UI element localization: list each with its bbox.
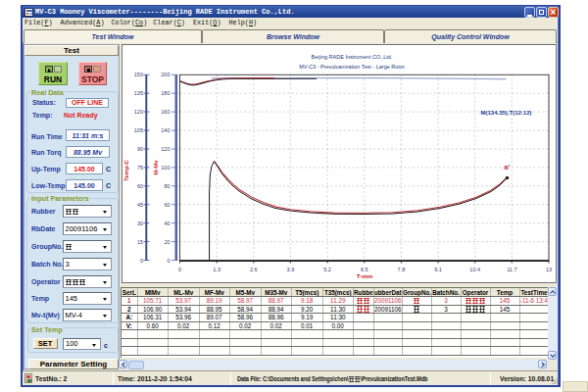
svg-text:60: 60 — [137, 183, 143, 189]
svg-text:3.9: 3.9 — [287, 267, 295, 272]
svg-text:90: 90 — [137, 146, 143, 152]
svg-text:160: 160 — [161, 109, 170, 115]
svg-text:135: 135 — [134, 90, 143, 96]
svg-text:a′: a′ — [505, 164, 511, 171]
svg-text:7.8: 7.8 — [398, 267, 406, 272]
svg-text:0: 0 — [178, 267, 181, 272]
svg-text:40: 40 — [164, 220, 170, 226]
svg-text:M-Mv: M-Mv — [153, 160, 159, 175]
svg-text:MV-C3 - Prevulcanization Test: MV-C3 - Prevulcanization Test - Large Ro… — [299, 64, 405, 70]
svg-text:30: 30 — [137, 220, 143, 226]
svg-text:T-min: T-min — [357, 272, 373, 279]
svg-text:20: 20 — [164, 239, 170, 245]
svg-text:13: 13 — [546, 267, 552, 272]
svg-text:Temp-C: Temp-C — [123, 159, 129, 181]
svg-text:2.6: 2.6 — [250, 267, 258, 272]
svg-text:100: 100 — [161, 165, 170, 171]
svg-text:105: 105 — [134, 127, 143, 133]
svg-text:80: 80 — [164, 183, 170, 189]
svg-text:Beijing RADE Instrument CO.,Lt: Beijing RADE Instrument CO.,Ltd. — [312, 54, 393, 60]
svg-text:11.7: 11.7 — [507, 267, 516, 272]
svg-text:45: 45 — [137, 202, 143, 208]
svg-text:5.2: 5.2 — [323, 267, 331, 272]
svg-text:180: 180 — [161, 90, 170, 96]
svg-text:150: 150 — [134, 72, 143, 77]
svg-text:10.4: 10.4 — [469, 267, 480, 272]
svg-text:0: 0 — [140, 258, 143, 264]
svg-text:120: 120 — [161, 146, 170, 152]
svg-text:15: 15 — [137, 239, 143, 245]
svg-text:M(134.35),T(12:12): M(134.35),T(12:12) — [481, 110, 532, 116]
svg-text:200: 200 — [161, 72, 170, 77]
svg-text:140: 140 — [161, 127, 170, 133]
svg-text:60: 60 — [164, 202, 170, 208]
svg-text:75: 75 — [137, 165, 143, 171]
svg-text:1.3: 1.3 — [213, 267, 220, 272]
svg-text:0: 0 — [167, 258, 170, 264]
svg-text:120: 120 — [134, 109, 143, 115]
svg-text:9.1: 9.1 — [434, 267, 442, 272]
